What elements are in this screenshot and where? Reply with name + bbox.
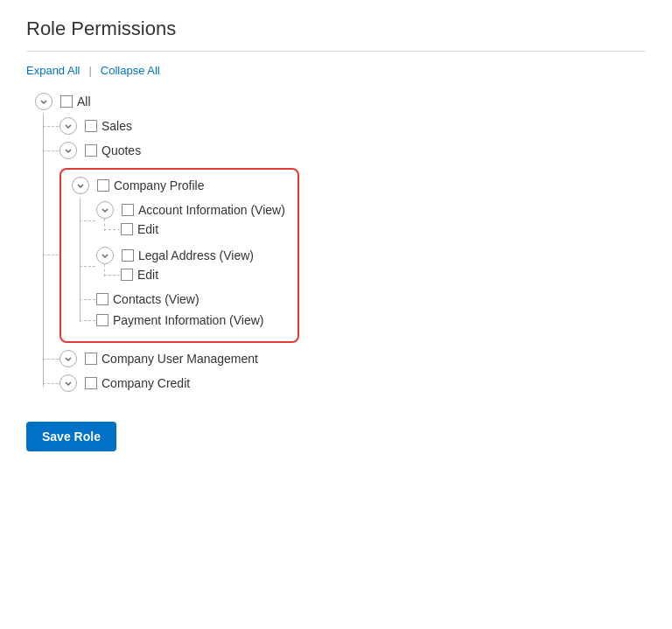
expand-all-link[interactable]: Expand All (26, 64, 80, 77)
row-legal-address: Legal Address (View) Edit (96, 243, 285, 289)
checkbox-payment-info[interactable] (96, 314, 108, 326)
checkbox-all[interactable] (60, 95, 73, 108)
label-quotes: Quotes (102, 143, 141, 157)
page-title: Role Permissions (26, 17, 646, 52)
checkbox-company-profile[interactable] (97, 179, 109, 192)
checkbox-user-management[interactable] (85, 353, 97, 365)
row-quotes: Quotes (60, 138, 299, 163)
label-user-management: Company User Management (102, 352, 258, 366)
row-company-profile-wrapper: Company Profile (60, 163, 299, 346)
toggle-legal-address[interactable] (96, 247, 114, 264)
children-all: Sales Quotes (35, 114, 299, 395)
row-account-info: Account Information (View) Edit (96, 198, 285, 243)
tree-actions: Expand All | Collapse All (26, 64, 646, 77)
label-legal-edit: Edit (137, 268, 158, 282)
row-contacts: Contacts (View) (96, 289, 285, 310)
row-payment-info: Payment Information (View) (96, 310, 285, 331)
checkbox-quotes[interactable] (85, 144, 97, 157)
permissions-tree: All Sales Qu (26, 89, 646, 395)
label-legal-address: Legal Address (View) (138, 248, 254, 262)
row-company-credit: Company Credit (60, 371, 299, 395)
checkbox-account-info[interactable] (122, 204, 134, 216)
row-sales: Sales (60, 114, 299, 138)
checkbox-legal-address[interactable] (122, 249, 134, 262)
checkbox-legal-edit[interactable] (121, 269, 133, 281)
label-all: All (77, 94, 91, 108)
account-info-block: Account Information (View) Edit (96, 201, 285, 240)
toggle-account-info[interactable] (96, 201, 114, 219)
label-sales: Sales (102, 119, 132, 133)
label-contacts: Contacts (View) (113, 292, 200, 306)
toggle-all[interactable] (35, 93, 52, 110)
label-company-credit: Company Credit (102, 376, 190, 390)
label-company-profile: Company Profile (114, 178, 205, 192)
collapse-all-link[interactable]: Collapse All (101, 64, 160, 77)
legal-address-block: Legal Address (View) Edit (96, 247, 254, 285)
save-role-button[interactable]: Save Role (26, 422, 116, 451)
checkbox-contacts[interactable] (96, 293, 108, 305)
label-account-info: Account Information (View) (138, 203, 285, 217)
checkbox-company-credit[interactable] (85, 377, 97, 389)
label-payment-info: Payment Information (View) (113, 313, 263, 327)
actions-divider: | (88, 64, 91, 77)
checkbox-account-edit[interactable] (121, 223, 133, 235)
highlight-block: Company Profile (68, 177, 285, 331)
toggle-company-profile[interactable] (72, 177, 89, 194)
row-company-profile: Company Profile (72, 177, 285, 198)
node-all: All Sales Qu (35, 89, 646, 395)
row-account-edit: Edit (121, 219, 285, 240)
children-legal-address: Edit (96, 264, 254, 285)
children-company-profile: Account Information (View) Edit (72, 198, 285, 331)
toggle-quotes[interactable] (60, 142, 77, 159)
checkbox-sales[interactable] (85, 120, 97, 132)
row-all: All (35, 89, 91, 114)
row-user-management: Company User Management (60, 346, 299, 371)
toggle-user-management[interactable] (60, 350, 77, 367)
row-legal-edit: Edit (121, 264, 254, 285)
label-account-edit: Edit (137, 222, 158, 236)
children-account-info: Edit (96, 219, 285, 240)
toggle-company-credit[interactable] (60, 374, 77, 392)
toggle-sales[interactable] (60, 117, 77, 135)
